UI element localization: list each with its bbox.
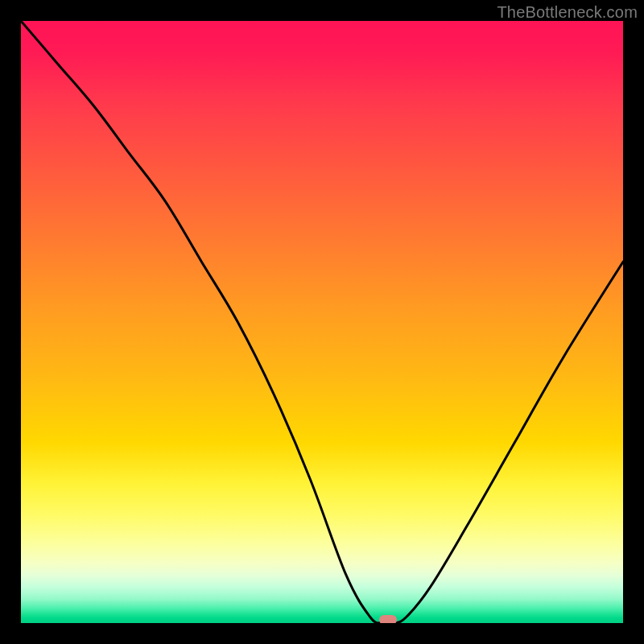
chart-plot-area bbox=[21, 21, 623, 623]
optimal-point-marker bbox=[379, 615, 397, 623]
watermark-text: TheBottleneck.com bbox=[497, 3, 638, 22]
bottleneck-curve bbox=[21, 21, 623, 623]
chart-curve-svg bbox=[21, 21, 623, 623]
